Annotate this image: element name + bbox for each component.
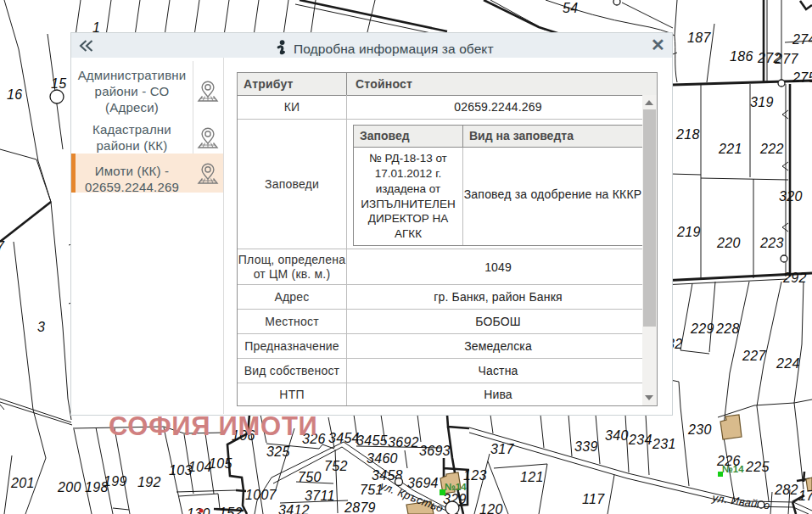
svg-text:15: 15: [51, 76, 66, 91]
svg-text:3711: 3711: [305, 489, 335, 503]
svg-text:339: 339: [574, 439, 598, 454]
svg-text:218: 218: [675, 127, 700, 142]
svg-text:282: 282: [774, 483, 798, 497]
svg-text:117: 117: [582, 492, 605, 506]
svg-text:1007: 1007: [245, 488, 277, 502]
svg-text:3: 3: [37, 320, 45, 334]
svg-text:317: 317: [490, 442, 514, 456]
svg-text:229: 229: [690, 321, 714, 336]
svg-text:277: 277: [774, 52, 798, 66]
svg-text:№14: №14: [445, 482, 467, 492]
svg-text:130: 130: [187, 506, 210, 514]
svg-text:199: 199: [104, 474, 127, 489]
svg-text:120: 120: [479, 502, 503, 514]
svg-text:СОФИЯ ИМОТИ: СОФИЯ ИМОТИ: [109, 411, 318, 441]
svg-text:220: 220: [716, 236, 741, 250]
svg-text:186: 186: [730, 49, 753, 64]
svg-text:221: 221: [718, 142, 742, 156]
svg-text:3693: 3693: [419, 444, 451, 458]
svg-text:54: 54: [563, 1, 578, 15]
svg-text:3454: 3454: [328, 431, 360, 445]
svg-text:225: 225: [745, 460, 770, 474]
svg-text:2879: 2879: [344, 500, 376, 514]
svg-text:224: 224: [776, 356, 800, 371]
svg-text:201: 201: [10, 476, 35, 490]
svg-text:319: 319: [750, 95, 774, 109]
svg-text:123: 123: [463, 468, 487, 483]
svg-text:219: 219: [676, 225, 701, 239]
svg-text:320: 320: [779, 189, 803, 204]
svg-text:275: 275: [792, 70, 812, 85]
svg-text:105: 105: [209, 456, 232, 471]
svg-text:231: 231: [652, 437, 676, 451]
svg-text:№14: №14: [722, 464, 744, 474]
svg-text:3412: 3412: [278, 503, 310, 514]
svg-text:3455: 3455: [356, 433, 388, 448]
svg-text:3460: 3460: [367, 451, 398, 466]
svg-text:274: 274: [792, 32, 812, 47]
svg-text:234: 234: [628, 433, 652, 447]
svg-text:173: 173: [798, 489, 812, 503]
svg-text:292: 292: [782, 271, 807, 285]
svg-text:230: 230: [687, 422, 712, 437]
svg-text:121: 121: [520, 470, 544, 484]
svg-text:325: 325: [266, 444, 290, 459]
svg-text:222: 222: [759, 142, 784, 156]
svg-text:750: 750: [298, 470, 322, 484]
svg-text:3694: 3694: [407, 476, 439, 490]
svg-text:3692: 3692: [388, 435, 419, 450]
svg-text:752: 752: [324, 459, 348, 473]
svg-text:187: 187: [687, 31, 711, 45]
svg-text:152: 152: [219, 506, 243, 514]
svg-text:227: 227: [742, 349, 766, 363]
svg-text:7: 7: [0, 239, 5, 254]
svg-text:16: 16: [7, 87, 22, 102]
svg-text:192: 192: [137, 475, 161, 489]
svg-text:340: 340: [605, 428, 629, 443]
svg-text:228: 228: [715, 321, 740, 336]
svg-text:200: 200: [57, 480, 81, 494]
svg-text:223: 223: [759, 236, 784, 250]
